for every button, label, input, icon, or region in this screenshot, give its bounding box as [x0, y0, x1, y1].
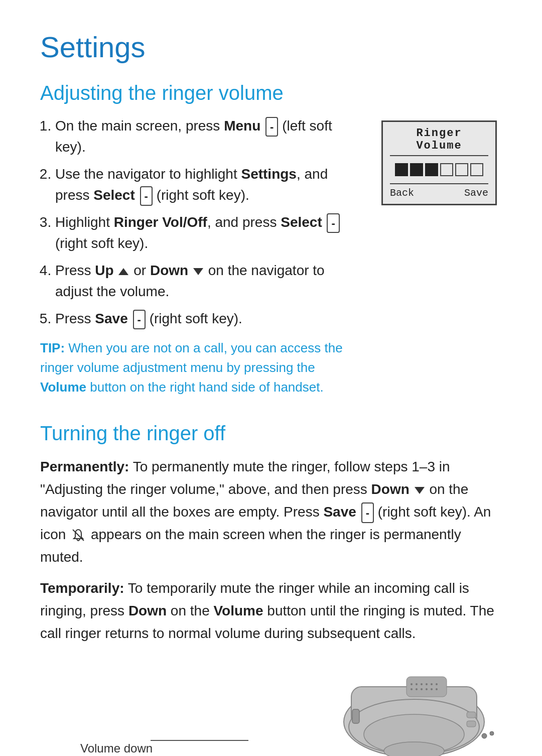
- section1-steps: On the main screen, press Menu - (left s…: [40, 115, 361, 329]
- svg-rect-4: [406, 677, 447, 697]
- phone-illustration-area: Volume down: [40, 655, 502, 756]
- select-key-icon2: -: [327, 213, 339, 233]
- svg-point-13: [421, 688, 423, 690]
- svg-point-7: [421, 683, 423, 685]
- svg-point-23: [490, 731, 494, 735]
- temporarily-paragraph: Temporarily: To temporarily mute the rin…: [40, 577, 502, 645]
- temporarily-label: Temporarily:: [40, 580, 124, 596]
- svg-point-11: [411, 688, 413, 690]
- permanently-label: Permanently:: [40, 459, 129, 474]
- svg-point-9: [431, 683, 433, 685]
- softkey-save: Save: [464, 187, 488, 199]
- volume-bar-display: [390, 163, 488, 176]
- step-1-4: Press Up or Down on the navigator to adj…: [55, 260, 361, 302]
- svg-point-10: [436, 683, 438, 685]
- svg-rect-19: [467, 712, 476, 718]
- section1-content: On the main screen, press Menu - (left s…: [40, 115, 361, 402]
- permanently-paragraph: Permanently: To permanently mute the rin…: [40, 456, 502, 568]
- arrow-to-phone: [151, 733, 251, 748]
- step-1-1: On the main screen, press Menu - (left s…: [55, 115, 361, 158]
- step-1-2: Use the navigator to highlight Settings,…: [55, 164, 361, 206]
- svg-rect-21: [352, 709, 359, 723]
- arrow-down-icon: [193, 268, 203, 275]
- page-title: Settings: [40, 30, 502, 64]
- svg-point-12: [416, 688, 418, 690]
- svg-point-16: [436, 688, 438, 690]
- svg-point-15: [431, 688, 433, 690]
- bar-5: [455, 163, 468, 176]
- bar-6: [470, 163, 483, 176]
- volume-down-label: Volume down: [80, 741, 153, 755]
- select-key-icon: -: [140, 186, 153, 206]
- bar-2: [410, 163, 423, 176]
- tip-text: TIP: When you are not on a call, you can…: [40, 338, 361, 397]
- menu-key-icon: -: [265, 117, 278, 137]
- svg-point-5: [411, 683, 413, 685]
- section1-title: Adjusting the ringer volume: [40, 82, 502, 104]
- arrow-up-icon: [118, 268, 128, 275]
- svg-point-8: [426, 683, 428, 685]
- phone-screen-widget: Ringer Volume Back Save: [381, 115, 502, 205]
- section2-title: Turning the ringer off: [40, 422, 502, 445]
- bar-3: [425, 163, 438, 176]
- softkey-back: Back: [390, 187, 414, 199]
- bar-4: [440, 163, 453, 176]
- svg-point-6: [416, 683, 418, 685]
- save-key-icon: -: [133, 310, 146, 329]
- bar-1: [395, 163, 408, 176]
- svg-rect-20: [467, 721, 476, 727]
- step-1-5: Press Save - (right soft key).: [55, 308, 361, 329]
- screen-title: Ringer Volume: [390, 127, 488, 156]
- save-key-icon2: -: [361, 502, 374, 523]
- section-adjusting-ringer: Adjusting the ringer volume On the main …: [40, 82, 502, 402]
- phone-device-illustration: [326, 662, 502, 756]
- handset-svg: [326, 662, 502, 756]
- step-1-3: Highlight Ringer Vol/Off, and press Sele…: [55, 212, 361, 254]
- svg-point-14: [426, 688, 428, 690]
- ringer-volume-screen: Ringer Volume Back Save: [381, 120, 497, 205]
- mute-bell-icon: [71, 528, 85, 542]
- screen-softkeys: Back Save: [390, 183, 488, 199]
- svg-point-22: [482, 733, 487, 738]
- arrow-down-icon2: [415, 487, 425, 494]
- section-ringer-off: Turning the ringer off Permanently: To p…: [40, 422, 502, 756]
